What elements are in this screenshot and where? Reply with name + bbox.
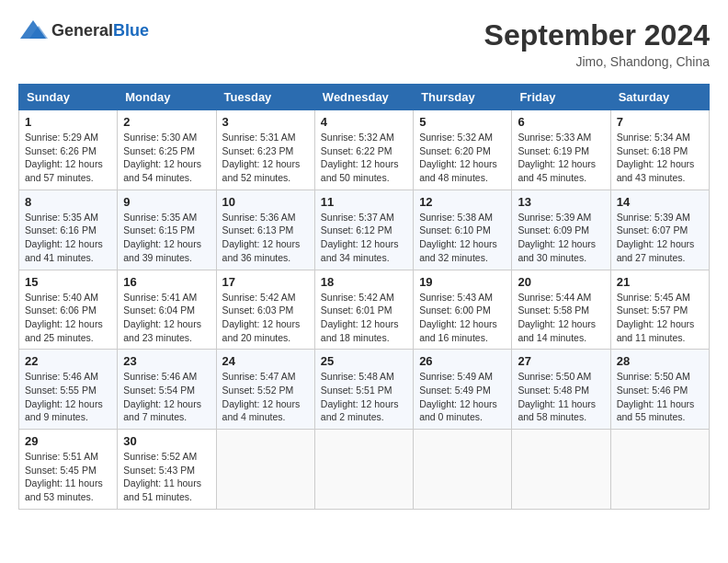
col-friday: Friday xyxy=(512,85,610,110)
day-number-18: 18 xyxy=(321,275,407,289)
calendar-week-3: 15 Sunrise: 5:40 AMSunset: 6:06 PMDaylig… xyxy=(19,270,710,350)
day-number-13: 13 xyxy=(518,195,604,209)
day-info-9: Sunrise: 5:35 AMSunset: 6:15 PMDaylight:… xyxy=(123,211,210,265)
calendar-cell-22: 22 Sunrise: 5:46 AMSunset: 5:55 PMDaylig… xyxy=(19,350,118,430)
day-info-25: Sunrise: 5:48 AMSunset: 5:51 PMDaylight:… xyxy=(321,370,407,424)
day-number-20: 20 xyxy=(518,275,604,289)
day-number-16: 16 xyxy=(123,275,210,289)
day-info-11: Sunrise: 5:37 AMSunset: 6:12 PMDaylight:… xyxy=(321,211,407,265)
day-info-16: Sunrise: 5:41 AMSunset: 6:04 PMDaylight:… xyxy=(123,291,210,345)
calendar-cell-16: 16 Sunrise: 5:41 AMSunset: 6:04 PMDaylig… xyxy=(118,270,216,350)
calendar-cell-12: 12 Sunrise: 5:38 AMSunset: 6:10 PMDaylig… xyxy=(414,190,512,270)
calendar-cell-21: 21 Sunrise: 5:45 AMSunset: 5:57 PMDaylig… xyxy=(610,270,709,350)
day-info-20: Sunrise: 5:44 AMSunset: 5:58 PMDaylight:… xyxy=(518,291,604,345)
location-title: Jimo, Shandong, China xyxy=(484,54,710,69)
calendar-cell-6: 6 Sunrise: 5:33 AMSunset: 6:19 PMDayligh… xyxy=(512,110,610,190)
calendar-cell-5: 5 Sunrise: 5:32 AMSunset: 6:20 PMDayligh… xyxy=(414,110,512,190)
day-number-26: 26 xyxy=(419,354,506,368)
calendar-cell-14: 14 Sunrise: 5:39 AMSunset: 6:07 PMDaylig… xyxy=(610,190,709,270)
day-number-2: 2 xyxy=(123,115,210,129)
day-info-24: Sunrise: 5:47 AMSunset: 5:52 PMDaylight:… xyxy=(222,370,309,424)
logo-general: General xyxy=(51,21,113,40)
day-info-30: Sunrise: 5:52 AMSunset: 5:43 PMDaylight:… xyxy=(123,450,210,504)
day-number-9: 9 xyxy=(123,195,210,209)
day-number-12: 12 xyxy=(419,195,506,209)
calendar-cell-9: 9 Sunrise: 5:35 AMSunset: 6:15 PMDayligh… xyxy=(118,190,216,270)
logo-blue: Blue xyxy=(113,21,149,40)
calendar-cell-15: 15 Sunrise: 5:40 AMSunset: 6:06 PMDaylig… xyxy=(19,270,118,350)
calendar-cell-29: 29 Sunrise: 5:51 AMSunset: 5:45 PMDaylig… xyxy=(19,430,118,510)
calendar-cell-11: 11 Sunrise: 5:37 AMSunset: 6:12 PMDaylig… xyxy=(314,190,413,270)
day-info-22: Sunrise: 5:46 AMSunset: 5:55 PMDaylight:… xyxy=(25,370,111,424)
day-number-3: 3 xyxy=(222,115,309,129)
calendar-table: Sunday Monday Tuesday Wednesday Thursday… xyxy=(18,84,710,510)
day-number-24: 24 xyxy=(222,354,309,368)
day-number-15: 15 xyxy=(25,275,111,289)
day-info-27: Sunrise: 5:50 AMSunset: 5:48 PMDaylight:… xyxy=(518,370,604,424)
day-number-25: 25 xyxy=(321,354,407,368)
day-number-11: 11 xyxy=(321,195,407,209)
day-info-5: Sunrise: 5:32 AMSunset: 6:20 PMDaylight:… xyxy=(419,131,506,185)
calendar-cell-30: 30 Sunrise: 5:52 AMSunset: 5:43 PMDaylig… xyxy=(118,430,216,510)
calendar-cell-empty xyxy=(512,430,610,510)
calendar-cell-26: 26 Sunrise: 5:49 AMSunset: 5:49 PMDaylig… xyxy=(414,350,512,430)
day-number-27: 27 xyxy=(518,354,604,368)
day-number-4: 4 xyxy=(321,115,407,129)
calendar-cell-4: 4 Sunrise: 5:32 AMSunset: 6:22 PMDayligh… xyxy=(314,110,413,190)
col-thursday: Thursday xyxy=(414,85,512,110)
day-info-28: Sunrise: 5:50 AMSunset: 5:46 PMDaylight:… xyxy=(617,370,703,424)
day-number-6: 6 xyxy=(518,115,604,129)
day-number-7: 7 xyxy=(617,115,703,129)
day-number-10: 10 xyxy=(222,195,309,209)
calendar-cell-18: 18 Sunrise: 5:42 AMSunset: 6:01 PMDaylig… xyxy=(314,270,413,350)
month-title: September 2024 xyxy=(484,18,710,52)
day-info-8: Sunrise: 5:35 AMSunset: 6:16 PMDaylight:… xyxy=(25,211,111,265)
calendar-cell-17: 17 Sunrise: 5:42 AMSunset: 6:03 PMDaylig… xyxy=(216,270,314,350)
calendar-cell-28: 28 Sunrise: 5:50 AMSunset: 5:46 PMDaylig… xyxy=(610,350,709,430)
calendar-cell-27: 27 Sunrise: 5:50 AMSunset: 5:48 PMDaylig… xyxy=(512,350,610,430)
col-sunday: Sunday xyxy=(19,85,118,110)
col-tuesday: Tuesday xyxy=(216,85,314,110)
calendar-cell-empty xyxy=(314,430,413,510)
calendar-cell-empty xyxy=(216,430,314,510)
calendar-week-5: 29 Sunrise: 5:51 AMSunset: 5:45 PMDaylig… xyxy=(19,430,710,510)
calendar-cell-empty xyxy=(414,430,512,510)
day-number-17: 17 xyxy=(222,275,309,289)
calendar-week-2: 8 Sunrise: 5:35 AMSunset: 6:16 PMDayligh… xyxy=(19,190,710,270)
day-info-14: Sunrise: 5:39 AMSunset: 6:07 PMDaylight:… xyxy=(617,211,703,265)
day-info-21: Sunrise: 5:45 AMSunset: 5:57 PMDaylight:… xyxy=(617,291,703,345)
day-number-8: 8 xyxy=(25,195,111,209)
day-info-13: Sunrise: 5:39 AMSunset: 6:09 PMDaylight:… xyxy=(518,211,604,265)
calendar-cell-13: 13 Sunrise: 5:39 AMSunset: 6:09 PMDaylig… xyxy=(512,190,610,270)
logo-icon xyxy=(18,18,48,42)
calendar-cell-24: 24 Sunrise: 5:47 AMSunset: 5:52 PMDaylig… xyxy=(216,350,314,430)
day-info-26: Sunrise: 5:49 AMSunset: 5:49 PMDaylight:… xyxy=(419,370,506,424)
day-number-30: 30 xyxy=(123,434,210,448)
day-info-15: Sunrise: 5:40 AMSunset: 6:06 PMDaylight:… xyxy=(25,291,111,345)
day-number-5: 5 xyxy=(419,115,506,129)
day-info-7: Sunrise: 5:34 AMSunset: 6:18 PMDaylight:… xyxy=(617,131,703,185)
day-number-29: 29 xyxy=(25,434,111,448)
day-info-10: Sunrise: 5:36 AMSunset: 6:13 PMDaylight:… xyxy=(222,211,309,265)
logo: GeneralBlue xyxy=(18,18,149,42)
calendar-week-1: 1 Sunrise: 5:29 AMSunset: 6:26 PMDayligh… xyxy=(19,110,710,190)
calendar-cell-10: 10 Sunrise: 5:36 AMSunset: 6:13 PMDaylig… xyxy=(216,190,314,270)
col-monday: Monday xyxy=(118,85,216,110)
day-info-1: Sunrise: 5:29 AMSunset: 6:26 PMDaylight:… xyxy=(25,131,111,185)
calendar-cell-8: 8 Sunrise: 5:35 AMSunset: 6:16 PMDayligh… xyxy=(19,190,118,270)
calendar-cell-empty xyxy=(610,430,709,510)
day-info-6: Sunrise: 5:33 AMSunset: 6:19 PMDaylight:… xyxy=(518,131,604,185)
page-header: GeneralBlue September 2024 Jimo, Shandon… xyxy=(18,18,710,69)
day-number-14: 14 xyxy=(617,195,703,209)
calendar-cell-19: 19 Sunrise: 5:43 AMSunset: 6:00 PMDaylig… xyxy=(414,270,512,350)
day-info-2: Sunrise: 5:30 AMSunset: 6:25 PMDaylight:… xyxy=(123,131,210,185)
day-number-1: 1 xyxy=(25,115,111,129)
day-info-29: Sunrise: 5:51 AMSunset: 5:45 PMDaylight:… xyxy=(25,450,111,504)
day-number-19: 19 xyxy=(419,275,506,289)
col-wednesday: Wednesday xyxy=(314,85,413,110)
day-info-12: Sunrise: 5:38 AMSunset: 6:10 PMDaylight:… xyxy=(419,211,506,265)
day-number-28: 28 xyxy=(617,354,703,368)
calendar-cell-3: 3 Sunrise: 5:31 AMSunset: 6:23 PMDayligh… xyxy=(216,110,314,190)
calendar-cell-23: 23 Sunrise: 5:46 AMSunset: 5:54 PMDaylig… xyxy=(118,350,216,430)
calendar-header-row: Sunday Monday Tuesday Wednesday Thursday… xyxy=(19,85,710,110)
